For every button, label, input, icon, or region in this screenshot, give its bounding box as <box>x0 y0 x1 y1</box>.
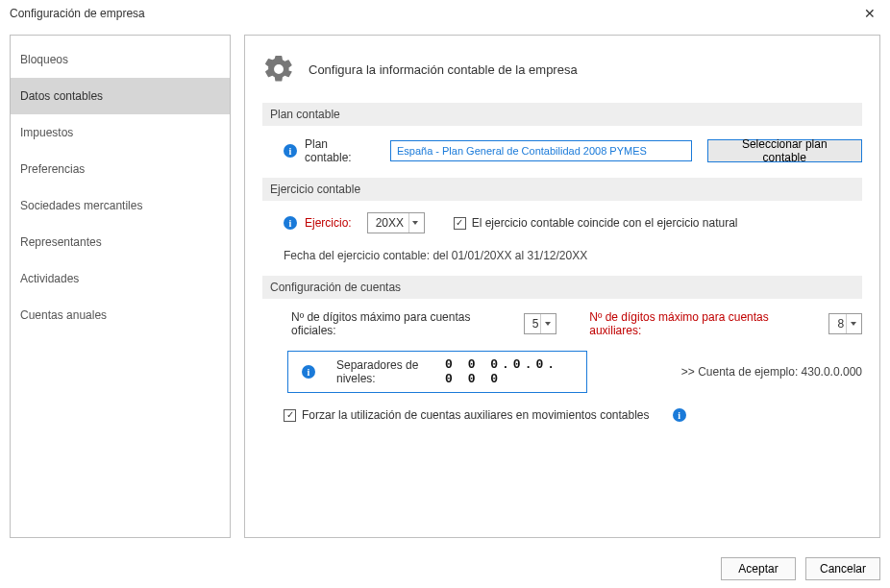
main-panel: Configura la información contable de la … <box>244 35 880 538</box>
ejercicio-dates-line: Fecha del ejercicio contable: del 01/01/… <box>262 243 862 276</box>
section-cuentas-header: Configuración de cuentas <box>262 276 862 299</box>
sidebar-item-bloqueos[interactable]: Bloqueos <box>11 41 230 78</box>
sidebar-item-preferencias[interactable]: Preferencias <box>11 151 230 187</box>
ejercicio-select[interactable]: 20XX <box>367 212 425 233</box>
sidebar-item-datos-contables[interactable]: Datos contables <box>11 78 230 114</box>
sidebar-item-impuestos[interactable]: Impuestos <box>11 114 230 151</box>
info-icon[interactable]: i <box>284 144 297 158</box>
chevron-down-icon <box>540 314 554 333</box>
force-aux-label: Forzar la utilización de cuentas auxilia… <box>302 408 650 422</box>
separators-row: i Separadores de niveles: 0 0 0.0.0. 0 0… <box>262 347 862 397</box>
aux-digits-select[interactable]: 8 <box>828 313 862 334</box>
force-aux-row: ✓ Forzar la utilización de cuentas auxil… <box>262 404 862 426</box>
ejercicio-row: i Ejercicio: 20XX ✓ El ejercicio contabl… <box>262 208 862 237</box>
ejercicio-natural-label: El ejercicio contable coincide con el ej… <box>472 216 738 230</box>
chevron-down-icon <box>408 213 422 233</box>
dialog-footer: Aceptar Cancelar <box>721 557 880 580</box>
aux-digits-label: Nº de dígitos máximo para cuentas auxili… <box>589 310 821 337</box>
official-digits-value: 5 <box>532 317 539 331</box>
example-account: >> Cuenta de ejemplo: 430.0.0.000 <box>681 365 862 379</box>
sidebar-item-representantes[interactable]: Representantes <box>11 224 230 260</box>
plan-contable-row: i Plan contable: Seleccionar plan contab… <box>262 134 862 168</box>
section-ejercicio-header: Ejercicio contable <box>262 178 862 201</box>
force-aux-checkbox[interactable]: ✓ Forzar la utilización de cuentas auxil… <box>284 408 650 422</box>
checkbox-box: ✓ <box>454 217 466 230</box>
aux-digits-value: 8 <box>837 317 844 331</box>
separators-box[interactable]: i Separadores de niveles: 0 0 0.0.0. 0 0… <box>287 351 587 393</box>
sidebar-item-sociedades[interactable]: Sociedades mercantiles <box>11 187 230 224</box>
checkbox-box: ✓ <box>284 409 296 422</box>
plan-contable-input[interactable] <box>390 140 692 161</box>
cancel-button[interactable]: Cancelar <box>805 557 880 580</box>
info-icon[interactable]: i <box>284 216 297 230</box>
chevron-down-icon <box>846 314 859 333</box>
sidebar: Bloqueos Datos contables Impuestos Prefe… <box>10 35 231 538</box>
section-plan-contable-header: Plan contable <box>262 103 862 126</box>
separators-label: Separadores de niveles: <box>336 358 424 385</box>
plan-contable-label: Plan contable: <box>305 137 377 164</box>
sidebar-item-actividades[interactable]: Actividades <box>11 260 230 297</box>
accept-button[interactable]: Aceptar <box>721 557 796 580</box>
gear-icon <box>262 53 295 86</box>
ejercicio-natural-checkbox[interactable]: ✓ El ejercicio contable coincide con el … <box>454 216 738 230</box>
sidebar-item-cuentas-anuales[interactable]: Cuentas anuales <box>11 297 230 333</box>
window-title: Configuración de empresa <box>10 7 145 20</box>
panel-title: Configura la información contable de la … <box>309 62 578 77</box>
select-plan-button[interactable]: Seleccionar plan contable <box>707 139 862 162</box>
title-bar: Configuración de empresa ✕ <box>0 0 890 27</box>
main-header: Configura la información contable de la … <box>262 53 862 86</box>
info-icon[interactable]: i <box>302 365 315 379</box>
info-icon[interactable]: i <box>673 408 686 422</box>
official-digits-label: Nº de dígitos máximo para cuentas oficia… <box>291 310 516 337</box>
digits-row: Nº de dígitos máximo para cuentas oficia… <box>262 306 862 341</box>
separators-pattern: 0 0 0.0.0. 0 0 0 <box>445 357 573 386</box>
official-digits-select[interactable]: 5 <box>524 313 557 334</box>
content-area: Bloqueos Datos contables Impuestos Prefe… <box>0 27 890 546</box>
close-icon[interactable]: ✕ <box>855 3 884 24</box>
ejercicio-label: Ejercicio: <box>305 216 352 230</box>
ejercicio-select-value: 20XX <box>376 216 404 230</box>
